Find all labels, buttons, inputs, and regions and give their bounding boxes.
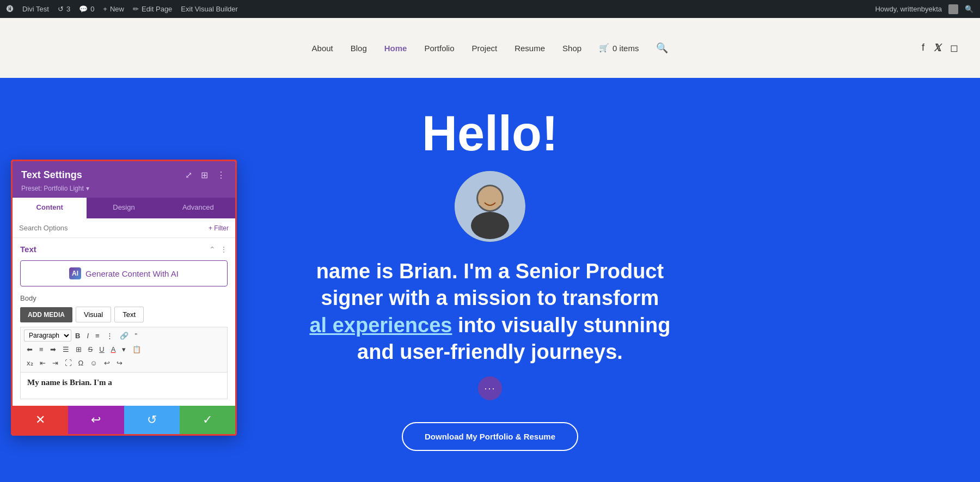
- search-options-input[interactable]: [19, 224, 204, 232]
- italic-button[interactable]: I: [84, 330, 91, 341]
- color-arrow-button[interactable]: ▾: [119, 344, 128, 355]
- search-icon[interactable]: 🔍: [965, 5, 973, 13]
- twitter-icon[interactable]: 𝕏: [933, 42, 941, 54]
- panel-header: Text Settings ⤢ ⊞ ⋮ Preset: Portfolio Li…: [13, 161, 235, 198]
- undo-button[interactable]: ↩: [101, 357, 113, 369]
- panel-text-section: Text ⌃ ⋮ AI Generate Content With AI Bod…: [13, 238, 235, 406]
- format-row-2: ⬅ ≡ ➡ ☰ ⊞ S U A ▾ 📋: [24, 344, 224, 355]
- format-toolbar: Paragraph B I ≡ ⋮ 🔗 " ⬅ ≡ ➡ ☰ ⊞: [20, 327, 228, 372]
- comments-count: 0: [90, 5, 94, 13]
- nav-home[interactable]: Home: [384, 44, 407, 53]
- tab-advanced[interactable]: Advanced: [161, 198, 235, 218]
- hero-dots[interactable]: ···: [478, 376, 502, 400]
- cart-icon-area[interactable]: 🛒 0 items: [599, 43, 639, 53]
- cart-icon: 🛒: [599, 43, 609, 53]
- redo-button[interactable]: ↪: [114, 357, 125, 369]
- fullscreen-button[interactable]: ⛶: [62, 357, 75, 369]
- cancel-button[interactable]: ✕: [13, 406, 68, 434]
- omega-button[interactable]: Ω: [76, 357, 87, 369]
- site-nav: About Blog Home Portfolio Project Resume…: [312, 42, 669, 54]
- undo-action-button[interactable]: ↩: [68, 406, 124, 434]
- emoji-button[interactable]: ☺: [87, 357, 100, 369]
- editor-toolbar-top: ADD MEDIA Visual Text: [20, 307, 228, 322]
- pencil-icon: ✏: [133, 5, 139, 13]
- redo-action-button[interactable]: ↺: [124, 406, 180, 434]
- tab-design[interactable]: Design: [87, 198, 161, 218]
- exit-label: Exit Visual Builder: [181, 5, 238, 13]
- align-left-button[interactable]: ⬅: [24, 344, 35, 355]
- panel-menu-icon[interactable]: ⋮: [216, 169, 226, 181]
- section-menu-icon[interactable]: ⋮: [220, 245, 228, 254]
- body-label: Body: [20, 294, 228, 302]
- visual-tab-button[interactable]: Visual: [76, 307, 111, 322]
- nav-resume[interactable]: Resume: [514, 44, 545, 53]
- nav-shop[interactable]: Shop: [562, 44, 581, 53]
- indent-button[interactable]: ⇥: [50, 357, 61, 369]
- tab-content[interactable]: Content: [13, 198, 87, 218]
- svg-point-2: [471, 212, 509, 239]
- new-label: New: [110, 5, 124, 13]
- panel-preset[interactable]: Preset: Portfolio Light ▾: [21, 185, 226, 192]
- align-right-button[interactable]: ➡: [47, 344, 59, 355]
- table-button[interactable]: ⊞: [73, 344, 84, 355]
- ordered-list-button[interactable]: ⋮: [103, 330, 116, 341]
- ai-generate-button[interactable]: AI Generate Content With AI: [20, 260, 228, 286]
- nav-blog[interactable]: Blog: [351, 44, 367, 53]
- blockquote-button[interactable]: ": [132, 330, 140, 341]
- bold-button[interactable]: B: [72, 330, 83, 341]
- panel-title: Text Settings: [21, 169, 82, 181]
- panel-tabs: Content Design Advanced: [13, 198, 235, 218]
- hero-avatar: [455, 171, 525, 242]
- text-preview[interactable]: My name is Brian. I'm a: [20, 372, 228, 399]
- comments[interactable]: 💬 0: [79, 5, 94, 13]
- hero-cta-button[interactable]: Download My Portfolio & Resume: [402, 422, 578, 451]
- preset-chevron: ▾: [86, 185, 89, 192]
- align-justify-button[interactable]: ☰: [60, 344, 72, 355]
- admin-bar-right: Howdy, writtenbyekta 🔍: [875, 4, 973, 14]
- revisions-count: 3: [66, 5, 70, 13]
- text-tab-button[interactable]: Text: [114, 307, 144, 322]
- wp-icon: 🅦: [7, 5, 14, 13]
- hero-body-text: name is Brian. I'm a Senior Product sign…: [309, 258, 670, 366]
- link-button[interactable]: 🔗: [117, 330, 131, 341]
- maximize-icon[interactable]: ⤢: [184, 169, 193, 181]
- unordered-list-button[interactable]: ≡: [93, 330, 102, 341]
- nav-project[interactable]: Project: [472, 44, 498, 53]
- main-content: Hello! name is Brian. I'm a Senior Produ…: [0, 78, 980, 482]
- hero-highlight: al experiences: [309, 314, 452, 337]
- new-button[interactable]: + New: [103, 5, 124, 13]
- nav-about[interactable]: About: [312, 44, 333, 53]
- site-search-icon[interactable]: 🔍: [656, 42, 668, 54]
- columns-icon[interactable]: ⊞: [200, 169, 209, 181]
- save-button[interactable]: ✓: [180, 406, 235, 434]
- exit-visual-builder[interactable]: Exit Visual Builder: [181, 5, 238, 13]
- add-media-button[interactable]: ADD MEDIA: [20, 307, 72, 322]
- paragraph-select[interactable]: Paragraph: [24, 330, 71, 341]
- panel-actions: ✕ ↩ ↺ ✓: [13, 406, 235, 434]
- outdent-button[interactable]: ⇤: [37, 357, 48, 369]
- instagram-icon[interactable]: ◻: [950, 42, 958, 54]
- section-collapse-icon[interactable]: ⌃: [209, 245, 216, 254]
- underline-button[interactable]: U: [96, 344, 107, 355]
- wp-logo[interactable]: 🅦: [7, 5, 14, 13]
- site-name[interactable]: Divi Test: [22, 5, 49, 13]
- edit-page-button[interactable]: ✏ Edit Page: [133, 5, 172, 13]
- format-row-3: x₂ ⇤ ⇥ ⛶ Ω ☺ ↩ ↪: [24, 357, 224, 369]
- filter-button[interactable]: + Filter: [209, 224, 229, 232]
- facebook-icon[interactable]: f: [922, 42, 924, 54]
- social-icons: f 𝕏 ◻: [922, 42, 958, 54]
- color-button[interactable]: A: [108, 344, 119, 355]
- hero-section: Hello! name is Brian. I'm a Senior Produ…: [298, 87, 681, 473]
- panel-header-icons: ⤢ ⊞ ⋮: [184, 169, 226, 181]
- nav-portfolio[interactable]: Portfolio: [424, 44, 454, 53]
- subscript-button[interactable]: x₂: [24, 357, 36, 369]
- preset-label: Preset: Portfolio Light: [21, 185, 84, 192]
- strikethrough-button[interactable]: S: [85, 344, 96, 355]
- section-header-icons: ⌃ ⋮: [209, 245, 228, 254]
- cart-count: 0 items: [612, 44, 639, 53]
- panel-body: + Filter Text ⌃ ⋮ AI Generate Content Wi…: [13, 218, 235, 406]
- align-center-button[interactable]: ≡: [36, 344, 46, 355]
- paste-button[interactable]: 📋: [130, 344, 144, 355]
- section-header: Text ⌃ ⋮: [20, 245, 228, 254]
- revisions[interactable]: ↺ 3: [58, 5, 70, 13]
